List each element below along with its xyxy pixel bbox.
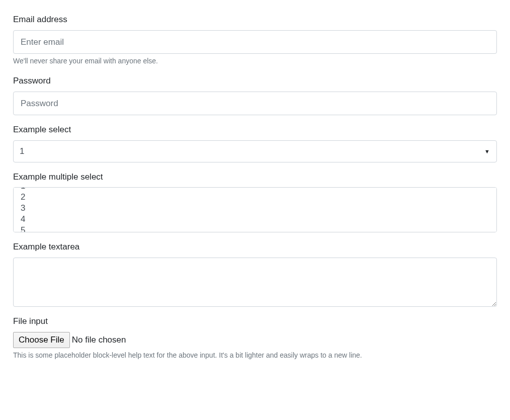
file-group: File input Choose File No file chosen Th… <box>13 315 497 361</box>
file-status-text: No file chosen <box>72 333 126 347</box>
file-label: File input <box>13 315 48 328</box>
email-input[interactable] <box>13 30 497 54</box>
multiselect-option[interactable]: 2 <box>14 192 496 203</box>
email-help-text: We'll never share your email with anyone… <box>13 56 497 66</box>
multiselect-label: Example multiple select <box>13 171 103 184</box>
example-multiple-select[interactable]: 12345 <box>13 187 497 232</box>
select-wrapper: 12345 ▼ <box>13 140 497 162</box>
example-textarea[interactable] <box>13 258 497 307</box>
select-label: Example select <box>13 123 71 136</box>
file-input-wrapper: Choose File No file chosen <box>13 332 497 348</box>
password-group: Password <box>13 74 497 115</box>
password-input[interactable] <box>13 92 497 116</box>
multiselect-option[interactable]: 4 <box>14 214 496 225</box>
select-group: Example select 12345 ▼ <box>13 123 497 162</box>
email-label: Email address <box>13 13 67 26</box>
example-select[interactable]: 12345 <box>13 140 497 162</box>
textarea-label: Example textarea <box>13 240 79 254</box>
multiselect-option[interactable]: 3 <box>14 203 496 214</box>
multiselect-option[interactable]: 1 <box>14 187 496 192</box>
choose-file-button[interactable]: Choose File <box>13 332 70 348</box>
textarea-group: Example textarea <box>13 240 497 307</box>
multiselect-group: Example multiple select 12345 <box>13 171 497 233</box>
file-help-text: This is some placeholder block-level hel… <box>13 350 497 361</box>
multiselect-option[interactable]: 5 <box>14 225 496 232</box>
email-group: Email address We'll never share your ema… <box>13 13 497 66</box>
password-label: Password <box>13 74 51 88</box>
